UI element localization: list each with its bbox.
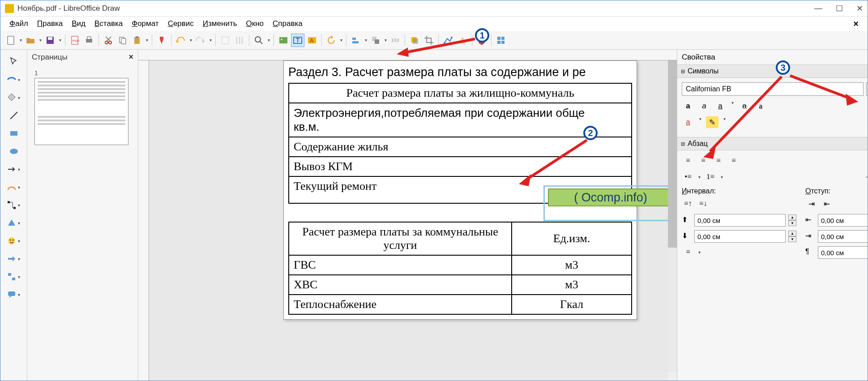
menu-file[interactable]: Файл (5, 17, 33, 30)
arrow-tool-icon[interactable]: ▾ (4, 163, 24, 176)
page-thumbnail[interactable]: 1 (34, 69, 131, 145)
menu-view[interactable]: Вид (67, 17, 90, 30)
clone-format-icon[interactable] (155, 34, 168, 47)
insert-image-icon[interactable] (277, 34, 290, 47)
cut-icon[interactable] (102, 34, 115, 47)
connector-tool-icon[interactable]: ▾ (4, 198, 24, 212)
callouts-icon[interactable]: ▾ (4, 288, 24, 301)
rotate-icon[interactable] (325, 34, 338, 47)
space-above-input[interactable] (694, 214, 786, 227)
spacing-inc-icon[interactable]: ≡↑ (682, 198, 694, 210)
maximize-button[interactable]: ☐ (836, 4, 843, 13)
indent-left-input[interactable] (818, 214, 868, 227)
close-button[interactable]: ✕ (856, 4, 863, 13)
bold-button[interactable]: a (682, 100, 694, 112)
svg-rect-25 (392, 39, 393, 42)
print-icon[interactable] (82, 34, 96, 47)
arrange-icon[interactable] (369, 34, 382, 47)
callout-3: 3 (776, 60, 790, 75)
save-icon[interactable] (43, 34, 57, 47)
pages-panel-close-icon[interactable]: × (128, 52, 133, 62)
indent-first-input[interactable] (818, 246, 868, 259)
svg-rect-15 (279, 37, 287, 43)
symbol-shapes-icon[interactable]: ▾ (4, 234, 24, 248)
basic-shapes-icon[interactable]: ▾ (4, 216, 24, 230)
indent-inc-icon[interactable]: ⇥ (805, 198, 818, 210)
svg-rect-32 (497, 37, 500, 40)
show-draw-functions-icon[interactable] (494, 34, 508, 47)
align-objects-icon[interactable] (349, 34, 363, 47)
collapse-symbols-icon[interactable]: ⊟ (681, 68, 685, 74)
svg-rect-24 (375, 39, 379, 44)
svg-text:A: A (310, 38, 314, 44)
line-tool-icon[interactable] (4, 109, 24, 122)
snap-icon[interactable] (233, 34, 246, 47)
menu-help[interactable]: Справка (268, 17, 307, 30)
menu-insert[interactable]: Вставка (90, 17, 127, 30)
minimize-button[interactable]: — (814, 4, 822, 13)
svg-rect-39 (13, 207, 16, 209)
doc-row-electricity: Электроэнергия,потребляемая при содержан… (289, 103, 632, 137)
svg-rect-11 (134, 37, 140, 44)
svg-marker-52 (846, 94, 858, 106)
inserted-text-box[interactable]: ( Ocomp.info) (548, 188, 673, 206)
font-name-dropdown-icon[interactable]: ▾ (866, 82, 868, 96)
svg-rect-43 (8, 273, 11, 276)
numbering-button[interactable]: 1≡ (704, 171, 717, 183)
line-spacing-button[interactable]: ≡ (682, 246, 694, 258)
interval-label: Интервал: (682, 187, 796, 195)
svg-point-7 (105, 41, 108, 44)
close-document-button[interactable]: × (853, 19, 863, 29)
spacing-dec-icon[interactable]: ≡↓ (697, 198, 710, 210)
font-color-button[interactable]: a (682, 116, 694, 128)
ellipse-tool-icon[interactable] (4, 145, 24, 158)
page-number-label: 1 (34, 69, 38, 77)
menu-format[interactable]: Формат (127, 17, 163, 30)
space-above-icon: ⬆ (682, 215, 692, 225)
menu-bar: Файл Правка Вид Вставка Формат Сервис Из… (0, 17, 868, 31)
line-color-icon[interactable]: ▾ (4, 73, 24, 86)
window-title: Ноябрь.pdf - LibreOffice Draw (17, 4, 120, 13)
paste-icon[interactable] (130, 34, 144, 47)
table2-header-unit: Ед.изм. (512, 222, 632, 255)
insert-fontwork-icon[interactable]: A (305, 34, 319, 47)
block-arrows-icon[interactable]: ▾ (4, 252, 24, 265)
flowchart-icon[interactable]: ▾ (4, 270, 24, 283)
svg-rect-22 (352, 41, 359, 43)
menu-edit[interactable]: Правка (33, 17, 67, 30)
redo-icon[interactable] (194, 34, 207, 47)
undo-icon[interactable] (174, 34, 188, 47)
indent-dec-icon[interactable]: ⇤ (821, 198, 833, 210)
table2-gvs: ГВС (289, 255, 512, 275)
menu-tools[interactable]: Сервис (163, 17, 198, 30)
indent-right-input[interactable] (818, 230, 868, 243)
open-icon[interactable] (24, 34, 37, 47)
bullets-button[interactable]: •≡ (682, 171, 694, 183)
export-pdf-icon[interactable]: PDF (68, 34, 81, 47)
space-below-input[interactable] (694, 230, 786, 243)
fill-color-icon[interactable]: ▾ (4, 91, 24, 104)
grid-icon[interactable] (218, 34, 232, 47)
curve-tool-icon[interactable]: ▾ (4, 180, 24, 194)
indent-label: Отступ: (805, 187, 868, 195)
left-toolbox: ▾ ▾ ▾ ▾ ▾ ▾ ▾ ▾ ▾ ▾ (0, 50, 27, 381)
align-left-button[interactable]: ≡ (682, 155, 694, 167)
menu-modify[interactable]: Изменить (198, 17, 242, 30)
doc-subheading: Расчет размера платы за жилищно-коммунал… (289, 83, 632, 103)
insert-text-box-icon[interactable]: T (291, 34, 304, 47)
ltr-button[interactable]: → (862, 171, 868, 183)
copy-icon[interactable] (116, 34, 129, 47)
zoom-icon[interactable] (252, 34, 265, 47)
document-page[interactable]: Раздел 3. Расчет размера платы за содерж… (283, 60, 637, 320)
horizontal-scrollbar[interactable] (149, 372, 668, 381)
collapse-paragraph-icon[interactable]: ⊟ (681, 141, 685, 147)
rectangle-tool-icon[interactable] (4, 127, 24, 140)
vertical-scrollbar[interactable] (668, 60, 677, 372)
indent-right-icon: ⇥ (805, 231, 815, 241)
svg-point-37 (10, 149, 18, 154)
menu-window[interactable]: Окно (242, 17, 269, 30)
svg-point-16 (281, 39, 282, 40)
new-doc-icon[interactable] (4, 34, 17, 47)
svg-text:T: T (296, 37, 300, 44)
select-tool-icon[interactable] (4, 55, 24, 68)
